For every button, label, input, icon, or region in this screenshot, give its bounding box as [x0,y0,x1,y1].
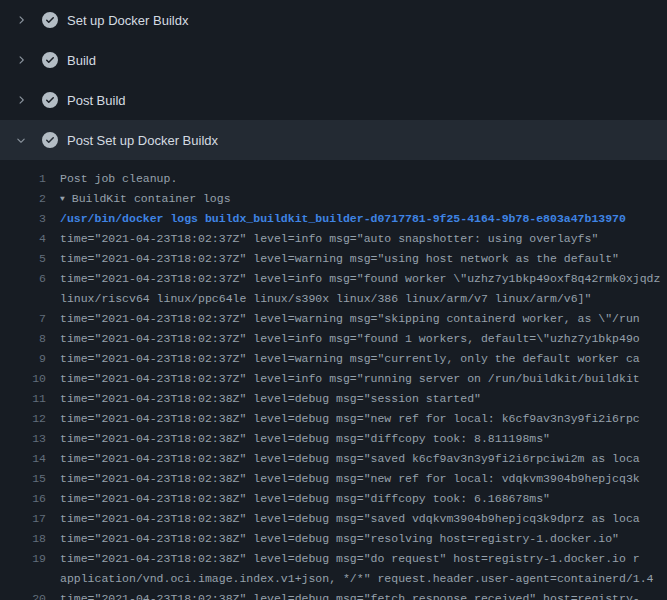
line-number[interactable]: 20 [0,589,46,600]
line-number[interactable]: 8 [0,329,46,349]
log-text: time="2021-04-23T18:02:38Z" level=debug … [60,409,640,429]
log-text: time="2021-04-23T18:02:38Z" level=debug … [60,449,640,469]
log-line: linux/riscv64 linux/ppc64le linux/s390x … [0,289,667,309]
log-lines: 1Post job cleanup.2▼BuildKit container l… [0,160,667,600]
log-text: time="2021-04-23T18:02:38Z" level=debug … [60,389,481,409]
log-line: 19time="2021-04-23T18:02:38Z" level=debu… [0,549,667,569]
steps-list: Set up Docker BuildxBuildPost BuildPost … [0,0,667,160]
line-number[interactable]: 6 [0,269,46,289]
chevron-right-icon [13,12,29,28]
line-number[interactable]: 9 [0,349,46,369]
log-line: 13time="2021-04-23T18:02:38Z" level=debu… [0,429,667,449]
step-title: Set up Docker Buildx [67,13,188,28]
line-number[interactable]: 7 [0,309,46,329]
chevron-right-icon [13,92,29,108]
line-number[interactable]: 2 [0,189,46,209]
log-line: 12time="2021-04-23T18:02:38Z" level=debu… [0,409,667,429]
log-line: 2▼BuildKit container logs [0,189,667,209]
log-line: 1Post job cleanup. [0,169,667,189]
log-line: 8time="2021-04-23T18:02:37Z" level=info … [0,329,667,349]
step-title: Build [67,53,96,68]
log-line: 6time="2021-04-23T18:02:37Z" level=info … [0,269,667,289]
line-number [0,289,46,309]
log-text: Post job cleanup. [60,169,177,189]
line-number[interactable]: 15 [0,469,46,489]
line-number[interactable]: 13 [0,429,46,449]
log-text: time="2021-04-23T18:02:37Z" level=info m… [60,329,640,349]
log-text: linux/riscv64 linux/ppc64le linux/s390x … [60,289,591,309]
line-number[interactable]: 11 [0,389,46,409]
step-header-post-build[interactable]: Post Build [0,80,667,120]
log-text: time="2021-04-23T18:02:37Z" level=info m… [60,229,598,249]
log-text: application/vnd.oci.image.index.v1+json,… [60,569,654,589]
log-line: 18time="2021-04-23T18:02:38Z" level=debu… [0,529,667,549]
log-line: 17time="2021-04-23T18:02:38Z" level=debu… [0,509,667,529]
command-text: /usr/bin/docker logs buildx_buildkit_bui… [60,209,626,229]
log-text: time="2021-04-23T18:02:38Z" level=debug … [60,469,640,489]
log-text: time="2021-04-23T18:02:38Z" level=debug … [60,429,550,449]
step-title: Post Build [67,93,126,108]
log-line: 4time="2021-04-23T18:02:37Z" level=info … [0,229,667,249]
log-text: time="2021-04-23T18:02:38Z" level=debug … [60,529,619,549]
line-number[interactable]: 5 [0,249,46,269]
chevron-down-icon [13,132,29,148]
step-header-set-up-docker-buildx[interactable]: Set up Docker Buildx [0,0,667,40]
log-line: 16time="2021-04-23T18:02:38Z" level=debu… [0,489,667,509]
log-text: time="2021-04-23T18:02:38Z" level=debug … [60,549,640,569]
line-number[interactable]: 18 [0,529,46,549]
actions-log-viewer: Set up Docker BuildxBuildPost BuildPost … [0,0,667,600]
line-number[interactable]: 17 [0,509,46,529]
line-number[interactable]: 16 [0,489,46,509]
line-number[interactable]: 4 [0,229,46,249]
line-number[interactable]: 14 [0,449,46,469]
log-line: 5time="2021-04-23T18:02:37Z" level=warni… [0,249,667,269]
log-text: time="2021-04-23T18:02:37Z" level=info m… [60,369,640,389]
check-circle-icon [42,52,58,68]
line-number [0,569,46,589]
step-header-post-set-up-docker-buildx[interactable]: Post Set up Docker Buildx [0,120,667,160]
log-line: 7time="2021-04-23T18:02:37Z" level=warni… [0,309,667,329]
check-circle-icon [42,92,58,108]
chevron-right-icon [13,52,29,68]
line-number[interactable]: 10 [0,369,46,389]
line-number[interactable]: 3 [0,209,46,229]
log-text: time="2021-04-23T18:02:38Z" level=debug … [60,589,640,600]
check-circle-icon [42,12,58,28]
collapse-triangle-icon[interactable]: ▼ [60,189,65,209]
log-text: time="2021-04-23T18:02:37Z" level=info m… [60,269,660,289]
group-label: BuildKit container logs [72,192,231,205]
log-line: 11time="2021-04-23T18:02:38Z" level=debu… [0,389,667,409]
line-number[interactable]: 1 [0,169,46,189]
line-number[interactable]: 19 [0,549,46,569]
log-text: time="2021-04-23T18:02:37Z" level=warnin… [60,309,640,329]
log-text: time="2021-04-23T18:02:38Z" level=debug … [60,489,550,509]
step-header-build[interactable]: Build [0,40,667,80]
check-circle-icon [42,132,58,148]
log-line: 10time="2021-04-23T18:02:37Z" level=info… [0,369,667,389]
log-line: 3/usr/bin/docker logs buildx_buildkit_bu… [0,209,667,229]
step-title: Post Set up Docker Buildx [67,133,218,148]
log-group: ▼BuildKit container logs [60,189,231,209]
log-line: 20time="2021-04-23T18:02:38Z" level=debu… [0,589,667,600]
line-number[interactable]: 12 [0,409,46,429]
log-line: 15time="2021-04-23T18:02:38Z" level=debu… [0,469,667,489]
log-text: time="2021-04-23T18:02:37Z" level=warnin… [60,249,619,269]
log-line: application/vnd.oci.image.index.v1+json,… [0,569,667,589]
log-line: 9time="2021-04-23T18:02:37Z" level=warni… [0,349,667,369]
log-line: 14time="2021-04-23T18:02:38Z" level=debu… [0,449,667,469]
log-text: time="2021-04-23T18:02:37Z" level=warnin… [60,349,640,369]
log-text: time="2021-04-23T18:02:38Z" level=debug … [60,509,640,529]
